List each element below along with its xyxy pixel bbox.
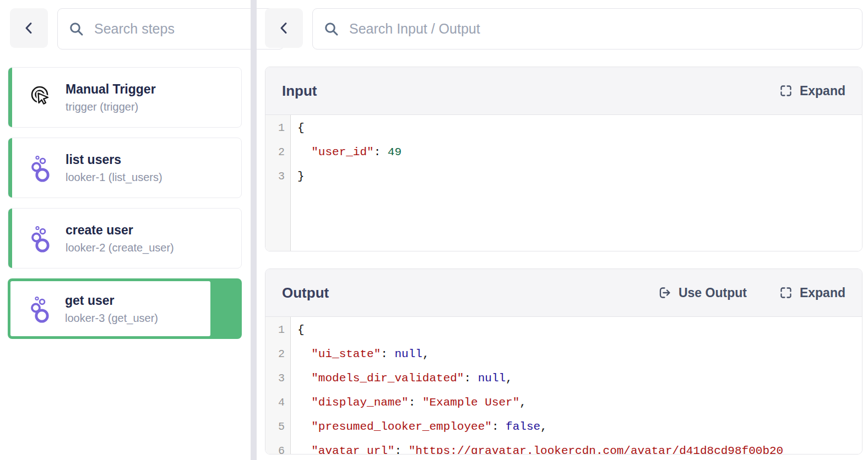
expand-icon: [779, 84, 793, 98]
step-status-strip: [8, 209, 12, 268]
search-icon: [324, 21, 339, 37]
workflow-debugger: Manual Trigger trigger (trigger): [0, 0, 868, 460]
line-number: 5: [265, 415, 290, 439]
panel-divider: [251, 0, 257, 460]
code-line: {: [297, 318, 862, 342]
code-line: "ui_state": null,: [297, 342, 862, 366]
input-section-title: Input: [282, 83, 317, 100]
manual-trigger-icon: [28, 83, 55, 112]
use-output-label: Use Output: [679, 286, 747, 300]
chevron-left-icon: [22, 21, 36, 35]
code-line: "display_name": "Example User",: [297, 391, 862, 415]
output-expand-label: Expand: [800, 286, 845, 300]
steps-list: Manual Trigger trigger (trigger): [0, 67, 251, 339]
step-subtitle: looker-3 (get_user): [65, 312, 158, 324]
search-icon: [69, 21, 84, 37]
steps-back-button[interactable]: [10, 8, 48, 48]
looker-icon: [28, 154, 55, 182]
step-subtitle: looker-2 (create_user): [66, 242, 174, 254]
io-panel-header: [265, 8, 862, 50]
step-title: create user: [66, 223, 174, 237]
input-section: Input Expand: [265, 67, 862, 251]
io-panel: Input Expand: [257, 0, 868, 460]
step-title: list users: [66, 152, 162, 167]
input-code-editor[interactable]: 123 { "user_id": 49}: [265, 115, 862, 251]
looker-icon: [28, 294, 54, 323]
code-lines: { "ui_state": null, "models_dir_validate…: [291, 317, 862, 454]
input-section-header: Input Expand: [265, 67, 862, 115]
code-line: "avatar_url": "https://gravatar.lookercd…: [297, 439, 862, 454]
looker-icon: [28, 224, 55, 253]
expand-icon: [779, 286, 793, 300]
io-search-input[interactable]: [348, 20, 851, 37]
step-status-strip: [8, 68, 12, 127]
output-section: Output Use Output: [265, 269, 862, 454]
input-expand-button[interactable]: Expand: [779, 84, 845, 98]
step-status-strip: [8, 138, 12, 198]
step-subtitle: trigger (trigger): [66, 101, 156, 113]
line-number: 2: [265, 140, 290, 165]
use-output-icon: [658, 286, 672, 300]
line-number: 1: [265, 318, 290, 342]
output-code-editor[interactable]: 123456 { "ui_state": null, "models_dir_v…: [265, 317, 862, 454]
use-output-button[interactable]: Use Output: [658, 286, 747, 300]
line-number: 4: [265, 391, 290, 415]
io-back-button[interactable]: [265, 8, 303, 48]
output-section-header: Output Use Output: [265, 269, 862, 317]
step-card-list-users[interactable]: list users looker-1 (list_users): [8, 138, 242, 198]
step-card-create-user[interactable]: create user looker-2 (create_user): [8, 208, 242, 269]
code-lines: { "user_id": 49}: [291, 115, 862, 251]
steps-panel: Manual Trigger trigger (trigger): [0, 0, 251, 460]
step-card-get-user[interactable]: get user looker-3 (get_user): [8, 278, 242, 339]
gutter: 123: [265, 115, 291, 251]
io-search-box[interactable]: [312, 8, 862, 50]
line-number: 6: [265, 439, 290, 454]
step-subtitle: looker-1 (list_users): [66, 171, 162, 183]
code-line: "presumed_looker_employee": false,: [297, 415, 862, 439]
steps-panel-header: [0, 8, 251, 50]
step-card-manual-trigger[interactable]: Manual Trigger trigger (trigger): [8, 67, 242, 128]
code-line: "user_id": 49: [297, 140, 862, 165]
chevron-left-icon: [277, 21, 291, 35]
code-line: {: [297, 116, 862, 140]
step-title: get user: [65, 293, 158, 308]
line-number: 1: [265, 116, 290, 140]
code-line: }: [297, 165, 862, 189]
input-expand-label: Expand: [800, 84, 845, 98]
code-line: "models_dir_validated": null,: [297, 366, 862, 391]
line-number: 3: [265, 165, 290, 189]
gutter: 123456: [265, 317, 291, 454]
output-expand-button[interactable]: Expand: [779, 286, 845, 300]
steps-search-input[interactable]: [93, 20, 273, 37]
line-number: 2: [265, 342, 290, 366]
step-title: Manual Trigger: [66, 82, 156, 96]
output-section-title: Output: [282, 284, 329, 302]
line-number: 3: [265, 366, 290, 391]
